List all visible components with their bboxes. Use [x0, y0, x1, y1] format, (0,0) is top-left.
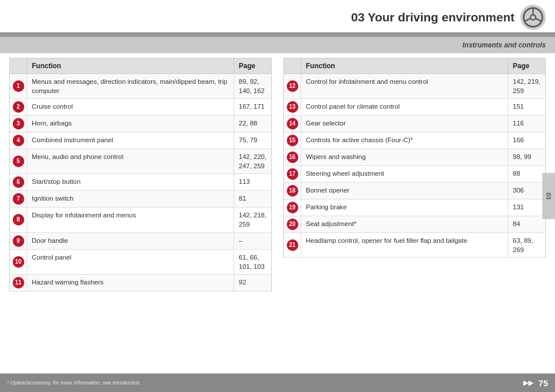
right-table-row: 12 Control for infotainment and menu con… [284, 74, 546, 99]
row-page: 98, 99 [508, 149, 546, 166]
right-table-row: 15 Controls for active chassis (Four-C)*… [284, 132, 546, 149]
row-page: 81 [234, 191, 272, 208]
row-page: 75, 79 [234, 132, 272, 149]
row-page: 92 [234, 274, 272, 291]
row-function: Door handle [27, 232, 234, 249]
sidebar-tab: 03 [542, 173, 555, 219]
row-badge: 7 [10, 191, 27, 208]
header-icon [520, 5, 546, 30]
right-table-row: 14 Gear selector 116 [284, 116, 546, 132]
row-function: Combined instrument panel [27, 132, 234, 149]
row-badge: 3 [10, 116, 27, 132]
row-badge: 6 [10, 174, 27, 191]
left-table-row: 8 Display for infotainment and menus 142… [10, 208, 272, 232]
row-page: 116 [508, 116, 546, 132]
main-content: Function Page 1 Menus and messages, dire… [0, 58, 555, 291]
svg-line-4 [536, 19, 542, 21]
left-col-function: Function [27, 58, 234, 74]
row-function: Parking brake [301, 199, 508, 216]
row-badge: 2 [10, 99, 27, 116]
row-page: 63, 89, 269 [508, 233, 546, 258]
row-page: 84 [508, 216, 546, 233]
left-table-row: 2 Cruise control 167, 171 [10, 99, 272, 116]
row-function: Steering wheel adjustment [301, 166, 508, 183]
row-badge: 1 [10, 74, 27, 99]
left-table-row: 10 Control panel 61, 66, 101, 103 [10, 249, 272, 274]
left-col-page: Page [234, 58, 272, 74]
right-table-row: 17 Steering wheel adjustment 88 [284, 166, 546, 183]
row-function: Menu, audio and phone control [27, 149, 234, 174]
row-page: 142, 218, 259 [234, 208, 272, 232]
row-function: Controls for active chassis (Four-C)* [301, 132, 508, 149]
row-function: Start/stop button [27, 174, 234, 191]
left-table: Function Page 1 Menus and messages, dire… [9, 58, 272, 291]
chapter-title: 03 Your driving environment [9, 10, 520, 24]
row-badge: 19 [284, 199, 301, 216]
row-function: Horn, airbags [27, 116, 234, 132]
row-badge: 14 [284, 116, 301, 132]
right-table-row: 19 Parking brake 131 [284, 199, 546, 216]
row-badge: 21 [284, 233, 301, 258]
row-badge: 17 [284, 166, 301, 183]
left-table-row: 11 Hazard warning flashers 92 [10, 274, 272, 291]
row-page: 113 [234, 174, 272, 191]
row-function: Control panel for climate control [301, 99, 508, 116]
footer-page-number: 75 [538, 378, 548, 388]
row-page: 131 [508, 199, 546, 216]
row-page: 89, 92, 140, 162 [234, 74, 272, 99]
steering-wheel-icon [523, 7, 543, 28]
right-table: Function Page 12 Control for infotainmen… [283, 58, 546, 291]
row-badge: 13 [284, 99, 301, 116]
row-function: Control panel [27, 249, 234, 274]
row-page: – [234, 232, 272, 249]
row-page: 151 [508, 99, 546, 116]
row-page: 22, 88 [234, 116, 272, 132]
row-badge: 8 [10, 208, 27, 232]
row-badge: 11 [10, 274, 27, 291]
row-page: 166 [508, 132, 546, 149]
row-page: 306 [508, 183, 546, 199]
right-table-row: 16 Wipers and washing 98, 99 [284, 149, 546, 166]
row-badge: 12 [284, 74, 301, 99]
section-bar: Instruments and controls [0, 37, 555, 53]
footer: * Option/accessory, for more information… [0, 373, 555, 392]
row-page: 142, 219, 259 [508, 74, 546, 99]
row-page: 61, 66, 101, 103 [234, 249, 272, 274]
left-table-row: 5 Menu, audio and phone control 142, 220… [10, 149, 272, 174]
row-function: Cruise control [27, 99, 234, 116]
right-table-row: 20 Seat adjustment* 84 [284, 216, 546, 233]
row-function: Gear selector [301, 116, 508, 132]
svg-line-3 [524, 19, 531, 21]
right-table-row: 21 Headlamp control, opener for fuel fil… [284, 233, 546, 258]
row-badge: 16 [284, 149, 301, 166]
right-table-row: 18 Bonnet opener 306 [284, 183, 546, 199]
row-badge: 20 [284, 216, 301, 233]
row-function: Headlamp control, opener for fuel filler… [301, 233, 508, 258]
row-badge: 15 [284, 132, 301, 149]
right-col-function: Function [301, 58, 508, 74]
left-table-row: 4 Combined instrument panel 75, 79 [10, 132, 272, 149]
footer-arrow: ▶▶ [523, 379, 534, 387]
right-table-row: 13 Control panel for climate control 151 [284, 99, 546, 116]
left-table-row: 6 Start/stop button 113 [10, 174, 272, 191]
section-label: Instruments and controls [462, 41, 546, 49]
left-table-row: 3 Horn, airbags 22, 88 [10, 116, 272, 132]
row-badge: 10 [10, 249, 27, 274]
row-function: Hazard warning flashers [27, 274, 234, 291]
left-table-row: 1 Menus and messages, direction indicato… [10, 74, 272, 99]
row-badge: 18 [284, 183, 301, 199]
right-col-page: Page [508, 58, 546, 74]
row-function: Ignition switch [27, 191, 234, 208]
footer-note: * Option/accessory, for more information… [7, 380, 141, 386]
row-page: 88 [508, 166, 546, 183]
svg-point-1 [531, 15, 536, 20]
row-badge: 9 [10, 232, 27, 249]
row-function: Wipers and washing [301, 149, 508, 166]
row-function: Seat adjustment* [301, 216, 508, 233]
row-function: Display for infotainment and menus [27, 208, 234, 232]
row-function: Control for infotainment and menu contro… [301, 74, 508, 99]
row-function: Menus and messages, direction indicators… [27, 74, 234, 99]
row-function: Bonnet opener [301, 183, 508, 199]
left-table-row: 7 Ignition switch 81 [10, 191, 272, 208]
row-badge: 5 [10, 149, 27, 174]
